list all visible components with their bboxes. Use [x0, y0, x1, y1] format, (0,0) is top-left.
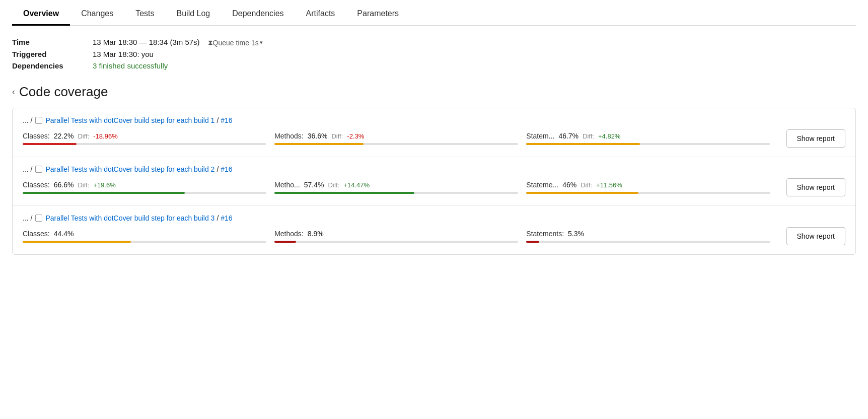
metric-pct: 44.4% [54, 230, 74, 238]
metric-pct: 8.9% [308, 230, 324, 238]
diff-value: -18.96% [93, 132, 117, 140]
diff-value: +19.6% [93, 181, 115, 189]
diff-value: +11.56% [596, 181, 622, 189]
metric-line: Classes:66.6%Diff:+19.6% [23, 181, 266, 189]
time-row: Time 13 Mar 18:30 — 18:34 (3m 57s) ⧗ Que… [12, 38, 856, 47]
build-checkbox-icon [35, 215, 42, 222]
tab-parameters[interactable]: Parameters [346, 0, 410, 25]
metrics-and-button: Classes:44.4%Methods:8.9%Statements:5.3%… [23, 227, 845, 245]
metric-name: Statements: [526, 230, 564, 238]
metric-name: Classes: [23, 181, 50, 189]
build-checkbox-icon [35, 166, 42, 173]
hourglass-icon: ⧗ [208, 38, 213, 47]
slash-separator: / [216, 214, 219, 222]
path-ellipsis: ... / [23, 116, 32, 124]
slash-separator: / [216, 116, 219, 124]
build-number-link[interactable]: #16 [221, 116, 232, 124]
metric-line: Methods:8.9% [274, 230, 518, 238]
progress-bar-fill [23, 241, 131, 243]
metric-pct: 5.3% [568, 230, 584, 238]
metric-line: Statements:5.3% [526, 230, 770, 238]
metric-group-0: Classes:66.6%Diff:+19.6% [23, 181, 274, 194]
code-coverage-section: ‹ Code coverage ... /Parallel Tests with… [12, 84, 856, 255]
diff-label: Diff: [331, 132, 343, 140]
metric-name: Statem... [526, 132, 554, 140]
metric-pct: 66.6% [54, 181, 74, 189]
coverage-card: ... /Parallel Tests with dotCover build … [12, 108, 856, 255]
chevron-down-icon: ▾ [260, 39, 263, 46]
metric-name: Metho... [274, 181, 300, 189]
progress-bar-track [23, 241, 266, 243]
dependencies-label: Dependencies [12, 61, 93, 70]
metric-line: Methods:36.6%Diff:-2.3% [274, 132, 518, 140]
diff-label: Diff: [581, 181, 592, 189]
progress-bar-fill [274, 143, 364, 145]
metric-group-2: Statem...46.7%Diff:+4.82% [526, 132, 778, 145]
progress-bar-fill [274, 241, 296, 243]
metric-line: Stateme...46%Diff:+11.56% [526, 181, 770, 189]
metric-name: Methods: [274, 132, 304, 140]
tab-overview[interactable]: Overview [12, 0, 70, 25]
metric-name: Stateme... [526, 181, 558, 189]
metrics-groups: Classes:66.6%Diff:+19.6%Metho...57.4%Dif… [23, 181, 778, 194]
section-toggle-icon[interactable]: ‹ [12, 87, 15, 97]
metric-line: Metho...57.4%Diff:+14.47% [274, 181, 518, 189]
build-checkbox-icon [35, 117, 42, 124]
metric-name: Classes: [23, 132, 50, 140]
tab-changes[interactable]: Changes [70, 0, 124, 25]
coverage-item-3: ... /Parallel Tests with dotCover build … [13, 206, 855, 254]
coverage-item-2: ... /Parallel Tests with dotCover build … [13, 157, 855, 206]
section-title: ‹ Code coverage [12, 84, 856, 100]
progress-bar-track [526, 241, 770, 243]
build-path-1: ... /Parallel Tests with dotCover build … [23, 116, 845, 124]
metric-pct: 22.2% [54, 132, 74, 140]
metric-group-1: Metho...57.4%Diff:+14.47% [274, 181, 526, 194]
metric-group-0: Classes:44.4% [23, 230, 274, 243]
show-report-button-1[interactable]: Show report [786, 129, 845, 148]
metrics-and-button: Classes:66.6%Diff:+19.6%Metho...57.4%Dif… [23, 178, 845, 196]
diff-value: -2.3% [347, 132, 364, 140]
metrics-groups: Classes:22.2%Diff:-18.96%Methods:36.6%Di… [23, 132, 778, 145]
metric-line: Statem...46.7%Diff:+4.82% [526, 132, 770, 140]
progress-bar-track [274, 143, 518, 145]
build-name-link[interactable]: Parallel Tests with dotCover build step … [45, 214, 214, 222]
meta-section: Time 13 Mar 18:30 — 18:34 (3m 57s) ⧗ Que… [12, 38, 856, 70]
build-path-3: ... /Parallel Tests with dotCover build … [23, 214, 845, 222]
progress-bar-track [23, 192, 266, 194]
metric-group-2: Statements:5.3% [526, 230, 778, 243]
show-report-button-2[interactable]: Show report [786, 178, 845, 196]
triggered-label: Triggered [12, 50, 93, 58]
diff-value: +4.82% [598, 132, 620, 140]
metric-name: Methods: [274, 230, 304, 238]
dependencies-value[interactable]: 3 finished successfully [93, 61, 168, 70]
metric-pct: 46% [562, 181, 576, 189]
dependencies-row: Dependencies 3 finished successfully [12, 61, 856, 70]
build-number-link[interactable]: #16 [221, 165, 232, 173]
triggered-row: Triggered 13 Mar 18:30: you [12, 50, 856, 58]
metric-line: Classes:44.4% [23, 230, 266, 238]
metric-group-2: Stateme...46%Diff:+11.56% [526, 181, 778, 194]
tab-artifacts[interactable]: Artifacts [295, 0, 346, 25]
show-report-button-3[interactable]: Show report [786, 227, 845, 245]
tab-build-log[interactable]: Build Log [166, 0, 222, 25]
tab-dependencies[interactable]: Dependencies [221, 0, 295, 25]
path-ellipsis: ... / [23, 214, 32, 222]
metric-group-0: Classes:22.2%Diff:-18.96% [23, 132, 274, 145]
diff-label: Diff: [78, 132, 89, 140]
progress-bar-fill [23, 192, 185, 194]
progress-bar-fill [23, 143, 77, 145]
progress-bar-track [526, 192, 770, 194]
triggered-value: 13 Mar 18:30: you [93, 50, 154, 58]
time-value: 13 Mar 18:30 — 18:34 (3m 57s) [93, 38, 200, 46]
build-number-link[interactable]: #16 [221, 214, 232, 222]
build-name-link[interactable]: Parallel Tests with dotCover build step … [45, 165, 214, 173]
diff-label: Diff: [78, 181, 89, 189]
tab-tests[interactable]: Tests [124, 0, 165, 25]
tabs-nav: Overview Changes Tests Build Log Depende… [12, 0, 856, 26]
progress-bar-fill [526, 192, 638, 194]
metric-name: Classes: [23, 230, 50, 238]
queue-time[interactable]: ⧗ Queue time 1s ▾ [208, 38, 263, 47]
build-name-link[interactable]: Parallel Tests with dotCover build step … [45, 116, 214, 124]
coverage-item-1: ... /Parallel Tests with dotCover build … [13, 108, 855, 157]
build-path-2: ... /Parallel Tests with dotCover build … [23, 165, 845, 173]
